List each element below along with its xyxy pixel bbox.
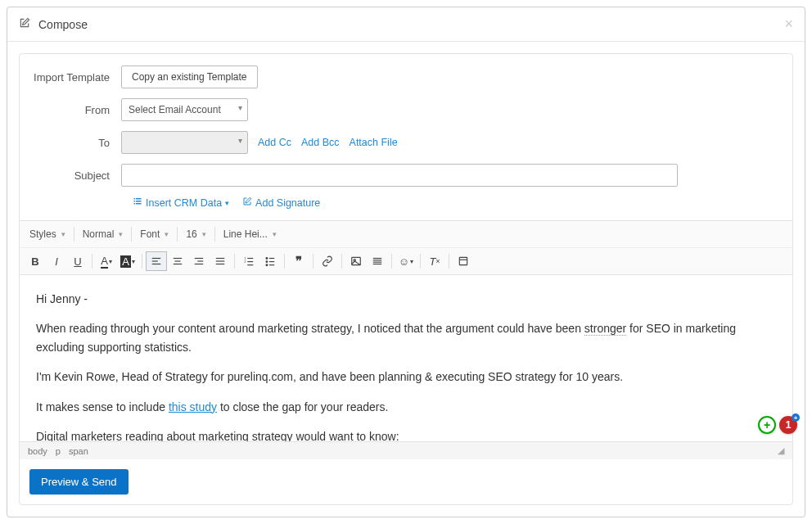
underline-button[interactable]: U bbox=[67, 251, 88, 271]
editor-content[interactable]: Hi Jenny - When reading through your con… bbox=[20, 275, 792, 441]
add-signature-label: Add Signature bbox=[255, 197, 320, 209]
modal-title: Compose bbox=[38, 18, 88, 31]
editor-toolbar: Styles▾ Normal▾ Font▾ 16▾ Line Hei...▾ B… bbox=[20, 220, 792, 275]
form-footer: Preview & Send bbox=[20, 459, 792, 504]
italic-button[interactable]: I bbox=[46, 251, 67, 271]
close-icon[interactable]: × bbox=[784, 16, 793, 33]
to-select-wrap bbox=[121, 131, 248, 154]
add-cc-link[interactable]: Add Cc bbox=[258, 137, 291, 148]
modal-body: Import Template Copy an existing Templat… bbox=[7, 42, 805, 517]
svg-rect-4 bbox=[136, 201, 142, 202]
resize-handle-icon[interactable]: ◢ bbox=[778, 445, 784, 456]
link-button[interactable] bbox=[317, 251, 338, 271]
lineheight-dropdown[interactable]: Line Hei...▾ bbox=[219, 224, 282, 244]
subject-input[interactable] bbox=[121, 164, 678, 187]
form-panel: Import Template Copy an existing Templat… bbox=[19, 53, 793, 505]
notification-widget-icon[interactable]: 1 + bbox=[779, 416, 797, 434]
preview-send-button[interactable]: Preview & Send bbox=[29, 469, 129, 495]
list-icon bbox=[133, 196, 142, 209]
modal-header: Compose × bbox=[7, 7, 805, 42]
subject-label: Subject bbox=[31, 169, 121, 182]
this-study-link[interactable]: this study bbox=[169, 400, 217, 413]
import-template-label: Import Template bbox=[31, 71, 121, 84]
paragraph-3: It makes sense to include this study to … bbox=[36, 398, 776, 416]
row-subject: Subject bbox=[31, 164, 781, 187]
path-span[interactable]: span bbox=[69, 446, 88, 456]
to-select[interactable] bbox=[121, 131, 248, 154]
compose-icon bbox=[19, 17, 30, 31]
paragraph-1: When reading through your content around… bbox=[36, 319, 776, 356]
from-select-wrap: Select Email Account bbox=[121, 98, 248, 121]
svg-point-25 bbox=[266, 264, 268, 266]
svg-rect-0 bbox=[134, 198, 136, 200]
image-button[interactable] bbox=[345, 251, 367, 271]
svg-point-24 bbox=[266, 261, 268, 263]
insert-crm-data-link[interactable]: Insert CRM Data ▾ bbox=[133, 196, 229, 209]
source-button[interactable] bbox=[453, 251, 474, 271]
crm-signature-links: Insert CRM Data ▾ Add Signature bbox=[133, 196, 781, 209]
clear-format-button[interactable]: T× bbox=[424, 251, 445, 271]
align-center-button[interactable] bbox=[167, 251, 188, 271]
row-import-template: Import Template Copy an existing Templat… bbox=[31, 66, 781, 88]
svg-text:2: 2 bbox=[244, 260, 246, 264]
svg-rect-5 bbox=[136, 203, 142, 205]
svg-point-23 bbox=[266, 258, 268, 260]
toolbar-row-2: B I U A▾ A▾ 12 ❞ bbox=[20, 247, 792, 274]
styles-dropdown[interactable]: Styles▾ bbox=[25, 224, 70, 244]
row-to: To Add Cc Add Bcc Attach File bbox=[31, 131, 781, 154]
floating-widgets: + 1 + bbox=[758, 416, 797, 434]
edit-icon bbox=[242, 196, 252, 209]
svg-rect-35 bbox=[459, 257, 467, 264]
add-bcc-link[interactable]: Add Bcc bbox=[301, 137, 340, 148]
format-dropdown[interactable]: Normal▾ bbox=[78, 224, 129, 244]
ordered-list-button[interactable]: 12 bbox=[238, 251, 259, 271]
to-label: To bbox=[31, 137, 121, 149]
font-dropdown[interactable]: Font▾ bbox=[135, 224, 174, 244]
align-justify-button[interactable] bbox=[210, 251, 231, 271]
svg-rect-1 bbox=[134, 201, 136, 202]
editor-status-bar: body p span ◢ bbox=[20, 441, 792, 459]
toolbar-row-1: Styles▾ Normal▾ Font▾ 16▾ Line Hei...▾ bbox=[20, 221, 792, 247]
blockquote-button[interactable]: ❞ bbox=[288, 251, 309, 271]
copy-template-button[interactable]: Copy an existing Template bbox=[121, 66, 258, 88]
bold-button[interactable]: B bbox=[25, 251, 46, 271]
row-from: From Select Email Account bbox=[31, 98, 781, 121]
fontsize-dropdown[interactable]: 16▾ bbox=[181, 224, 210, 244]
align-left-button[interactable] bbox=[146, 251, 167, 271]
notification-badge: + bbox=[792, 413, 800, 422]
table-button[interactable] bbox=[367, 251, 388, 271]
attach-file-link[interactable]: Attach File bbox=[350, 137, 398, 148]
insert-crm-label: Insert CRM Data bbox=[146, 197, 222, 209]
form-fields: Import Template Copy an existing Templat… bbox=[20, 54, 792, 220]
path-p[interactable]: p bbox=[56, 446, 61, 456]
help-widget-icon[interactable]: + bbox=[758, 416, 776, 434]
compose-modal: Compose × Import Template Copy an existi… bbox=[7, 7, 805, 517]
from-select[interactable]: Select Email Account bbox=[121, 98, 248, 121]
bg-color-button[interactable]: A▾ bbox=[117, 251, 138, 271]
greeting: Hi Jenny - bbox=[36, 290, 776, 308]
from-label: From bbox=[31, 104, 121, 116]
font-color-button[interactable]: A▾ bbox=[96, 251, 117, 271]
path-body[interactable]: body bbox=[28, 446, 47, 456]
chevron-down-icon: ▾ bbox=[225, 199, 229, 207]
unordered-list-button[interactable] bbox=[259, 251, 281, 271]
svg-rect-2 bbox=[134, 203, 136, 205]
emoji-button[interactable]: ☺▾ bbox=[395, 251, 417, 271]
paragraph-2: I'm Kevin Rowe, Head of Strategy for pur… bbox=[36, 368, 776, 386]
add-signature-link[interactable]: Add Signature bbox=[242, 196, 320, 209]
align-right-button[interactable] bbox=[188, 251, 210, 271]
svg-rect-3 bbox=[136, 198, 142, 200]
paragraph-4: Digital marketers reading about marketin… bbox=[36, 427, 776, 441]
